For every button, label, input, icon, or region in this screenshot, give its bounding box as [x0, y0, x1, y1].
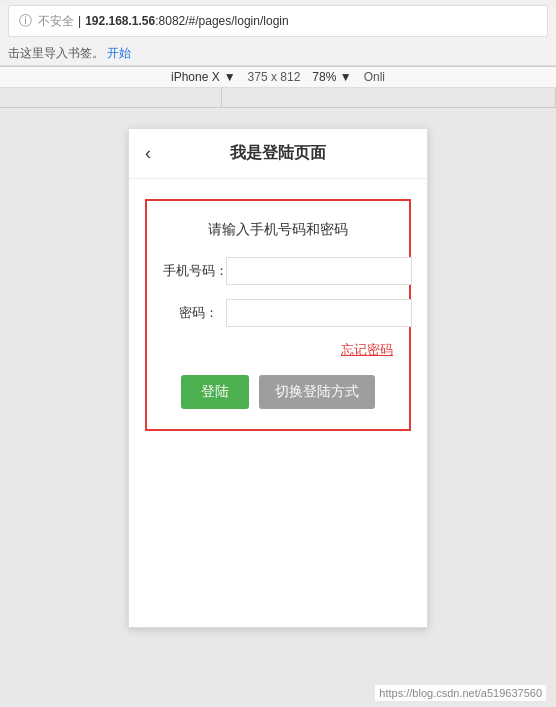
page-header: ‹ 我是登陆页面	[129, 129, 427, 179]
device-selector[interactable]: iPhone X ▼	[171, 70, 236, 84]
insecure-label: 不安全	[38, 13, 74, 30]
separator: |	[78, 14, 81, 28]
phone-input[interactable]	[226, 257, 412, 285]
forgot-password-row: 忘记密码	[163, 341, 393, 359]
main-content: ‹ 我是登陆页面 请输入手机号码和密码 手机号码： 密码： 忘记密码 登陆 切换…	[0, 108, 556, 707]
phone-frame: ‹ 我是登陆页面 请输入手机号码和密码 手机号码： 密码： 忘记密码 登陆 切换…	[128, 128, 428, 628]
button-row: 登陆 切换登陆方式	[163, 375, 393, 409]
viewport-dimensions: 375 x 812	[248, 70, 301, 84]
online-status: Onli	[364, 70, 385, 84]
ruler-segment-1	[0, 88, 222, 107]
login-instruction: 请输入手机号码和密码	[163, 221, 393, 239]
switch-login-button[interactable]: 切换登陆方式	[259, 375, 375, 409]
bookmark-text: 击这里导入书签。	[8, 46, 104, 60]
url-path: :8082/#/pages/login/login	[155, 14, 288, 28]
browser-chrome: ⓘ 不安全 | 192.168.1.56 :8082/#/pages/login…	[0, 5, 556, 67]
bookmark-bar: 击这里导入书签。 开始	[0, 42, 556, 66]
forgot-password-link[interactable]: 忘记密码	[341, 341, 393, 359]
phone-label: 手机号码：	[163, 262, 218, 280]
address-bar[interactable]: ⓘ 不安全 | 192.168.1.56 :8082/#/pages/login…	[8, 5, 548, 37]
bookmark-link[interactable]: 开始	[107, 46, 131, 60]
ruler-area	[0, 88, 556, 108]
password-input[interactable]	[226, 299, 412, 327]
device-name: iPhone X	[171, 70, 220, 84]
device-dropdown-arrow[interactable]: ▼	[224, 70, 236, 84]
devtools-bar: iPhone X ▼ 375 x 812 78% ▼ Onli	[0, 67, 556, 88]
password-row: 密码：	[163, 299, 393, 327]
url-host: 192.168.1.56	[85, 14, 155, 28]
phone-row: 手机号码：	[163, 257, 393, 285]
zoom-level[interactable]: 78% ▼	[312, 70, 351, 84]
login-card: 请输入手机号码和密码 手机号码： 密码： 忘记密码 登陆 切换登陆方式	[145, 199, 411, 431]
info-icon: ⓘ	[19, 12, 32, 30]
password-label: 密码：	[163, 304, 218, 322]
login-button[interactable]: 登陆	[181, 375, 249, 409]
page-title: 我是登陆页面	[145, 143, 411, 164]
back-button[interactable]: ‹	[145, 143, 151, 164]
bottom-url: https://blog.csdn.net/a519637560	[375, 685, 546, 701]
ruler-segment-2	[222, 88, 556, 107]
